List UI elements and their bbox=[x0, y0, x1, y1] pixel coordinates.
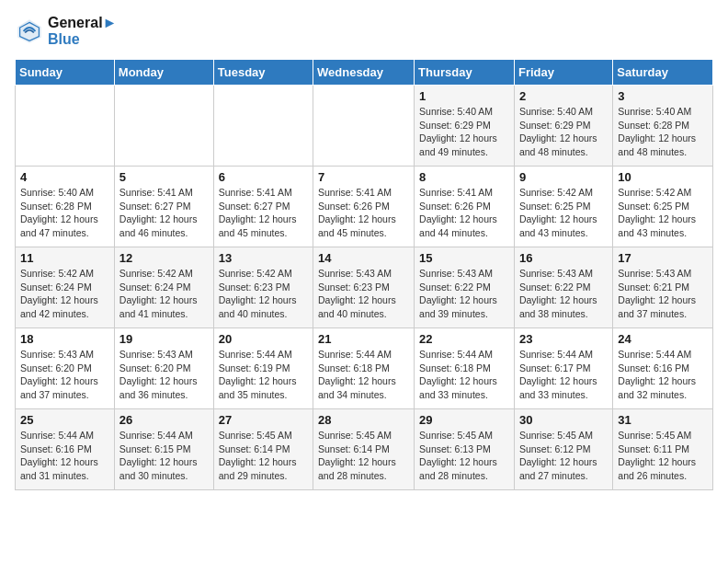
day-number: 20 bbox=[219, 332, 308, 346]
day-number: 28 bbox=[318, 413, 409, 427]
calendar-cell bbox=[16, 86, 115, 167]
day-info: Sunrise: 5:40 AM Sunset: 6:29 PM Dayligh… bbox=[419, 105, 509, 159]
calendar-cell: 3Sunrise: 5:40 AM Sunset: 6:28 PM Daylig… bbox=[613, 86, 713, 167]
day-info: Sunrise: 5:42 AM Sunset: 6:25 PM Dayligh… bbox=[618, 186, 708, 240]
calendar-cell: 1Sunrise: 5:40 AM Sunset: 6:29 PM Daylig… bbox=[415, 86, 515, 167]
day-number: 22 bbox=[419, 332, 509, 346]
day-number: 24 bbox=[618, 332, 708, 346]
day-info: Sunrise: 5:45 AM Sunset: 6:14 PM Dayligh… bbox=[219, 429, 308, 483]
calendar-cell: 17Sunrise: 5:43 AM Sunset: 6:21 PM Dayli… bbox=[613, 247, 713, 328]
page-header: General► Blue bbox=[15, 15, 713, 48]
day-info: Sunrise: 5:43 AM Sunset: 6:22 PM Dayligh… bbox=[419, 267, 509, 321]
calendar-cell: 25Sunrise: 5:44 AM Sunset: 6:16 PM Dayli… bbox=[16, 409, 115, 490]
day-info: Sunrise: 5:44 AM Sunset: 6:16 PM Dayligh… bbox=[618, 348, 708, 402]
calendar-cell: 29Sunrise: 5:45 AM Sunset: 6:13 PM Dayli… bbox=[415, 409, 515, 490]
day-number: 15 bbox=[419, 251, 509, 265]
day-number: 8 bbox=[419, 170, 509, 184]
day-info: Sunrise: 5:43 AM Sunset: 6:22 PM Dayligh… bbox=[519, 267, 608, 321]
day-number: 11 bbox=[20, 251, 109, 265]
day-number: 12 bbox=[119, 251, 209, 265]
day-number: 2 bbox=[519, 89, 608, 103]
calendar-cell bbox=[114, 86, 213, 167]
day-info: Sunrise: 5:45 AM Sunset: 6:11 PM Dayligh… bbox=[618, 429, 708, 483]
day-info: Sunrise: 5:42 AM Sunset: 6:23 PM Dayligh… bbox=[219, 267, 308, 321]
day-number: 30 bbox=[519, 413, 608, 427]
calendar-cell: 22Sunrise: 5:44 AM Sunset: 6:18 PM Dayli… bbox=[415, 328, 515, 409]
calendar-cell: 7Sunrise: 5:41 AM Sunset: 6:26 PM Daylig… bbox=[313, 167, 415, 247]
day-number: 19 bbox=[119, 332, 209, 346]
calendar-cell: 4Sunrise: 5:40 AM Sunset: 6:28 PM Daylig… bbox=[16, 167, 115, 247]
calendar-cell: 28Sunrise: 5:45 AM Sunset: 6:14 PM Dayli… bbox=[313, 409, 415, 490]
day-info: Sunrise: 5:42 AM Sunset: 6:25 PM Dayligh… bbox=[519, 186, 608, 240]
day-info: Sunrise: 5:40 AM Sunset: 6:28 PM Dayligh… bbox=[618, 105, 708, 159]
day-number: 3 bbox=[618, 89, 708, 103]
calendar-cell: 19Sunrise: 5:43 AM Sunset: 6:20 PM Dayli… bbox=[114, 328, 213, 409]
calendar-cell: 30Sunrise: 5:45 AM Sunset: 6:12 PM Dayli… bbox=[514, 409, 612, 490]
calendar-table: SundayMondayTuesdayWednesdayThursdayFrid… bbox=[15, 59, 713, 490]
calendar-cell: 5Sunrise: 5:41 AM Sunset: 6:27 PM Daylig… bbox=[114, 167, 213, 247]
calendar-cell: 31Sunrise: 5:45 AM Sunset: 6:11 PM Dayli… bbox=[613, 409, 713, 490]
calendar-cell: 27Sunrise: 5:45 AM Sunset: 6:14 PM Dayli… bbox=[213, 409, 313, 490]
day-number: 16 bbox=[519, 251, 608, 265]
column-header-thursday: Thursday bbox=[415, 60, 515, 86]
calendar-cell: 24Sunrise: 5:44 AM Sunset: 6:16 PM Dayli… bbox=[613, 328, 713, 409]
calendar-cell: 16Sunrise: 5:43 AM Sunset: 6:22 PM Dayli… bbox=[514, 247, 612, 328]
calendar-cell: 13Sunrise: 5:42 AM Sunset: 6:23 PM Dayli… bbox=[213, 247, 313, 328]
day-number: 23 bbox=[519, 332, 608, 346]
day-info: Sunrise: 5:43 AM Sunset: 6:21 PM Dayligh… bbox=[618, 267, 708, 321]
column-header-wednesday: Wednesday bbox=[313, 60, 415, 86]
day-number: 10 bbox=[618, 170, 708, 184]
day-number: 4 bbox=[20, 170, 109, 184]
day-info: Sunrise: 5:44 AM Sunset: 6:19 PM Dayligh… bbox=[219, 348, 308, 402]
day-number: 9 bbox=[519, 170, 608, 184]
calendar-cell: 20Sunrise: 5:44 AM Sunset: 6:19 PM Dayli… bbox=[213, 328, 313, 409]
day-number: 21 bbox=[318, 332, 409, 346]
calendar-cell: 9Sunrise: 5:42 AM Sunset: 6:25 PM Daylig… bbox=[514, 167, 612, 247]
day-info: Sunrise: 5:41 AM Sunset: 6:27 PM Dayligh… bbox=[119, 186, 209, 240]
calendar-cell: 8Sunrise: 5:41 AM Sunset: 6:26 PM Daylig… bbox=[415, 167, 515, 247]
calendar-cell: 18Sunrise: 5:43 AM Sunset: 6:20 PM Dayli… bbox=[16, 328, 115, 409]
column-header-tuesday: Tuesday bbox=[213, 60, 313, 86]
calendar-cell bbox=[313, 86, 415, 167]
logo-icon bbox=[15, 17, 44, 46]
day-info: Sunrise: 5:44 AM Sunset: 6:18 PM Dayligh… bbox=[419, 348, 509, 402]
day-number: 1 bbox=[419, 89, 509, 103]
day-info: Sunrise: 5:45 AM Sunset: 6:13 PM Dayligh… bbox=[419, 429, 509, 483]
calendar-cell: 14Sunrise: 5:43 AM Sunset: 6:23 PM Dayli… bbox=[313, 247, 415, 328]
day-number: 14 bbox=[318, 251, 409, 265]
logo: General► Blue bbox=[15, 15, 117, 48]
day-number: 29 bbox=[419, 413, 509, 427]
day-info: Sunrise: 5:40 AM Sunset: 6:28 PM Dayligh… bbox=[20, 186, 109, 240]
calendar-cell: 15Sunrise: 5:43 AM Sunset: 6:22 PM Dayli… bbox=[415, 247, 515, 328]
calendar-cell: 2Sunrise: 5:40 AM Sunset: 6:29 PM Daylig… bbox=[514, 86, 612, 167]
day-info: Sunrise: 5:44 AM Sunset: 6:15 PM Dayligh… bbox=[119, 429, 209, 483]
calendar-cell: 10Sunrise: 5:42 AM Sunset: 6:25 PM Dayli… bbox=[613, 167, 713, 247]
calendar-cell: 21Sunrise: 5:44 AM Sunset: 6:18 PM Dayli… bbox=[313, 328, 415, 409]
day-number: 7 bbox=[318, 170, 409, 184]
day-info: Sunrise: 5:41 AM Sunset: 6:27 PM Dayligh… bbox=[219, 186, 308, 240]
day-info: Sunrise: 5:43 AM Sunset: 6:20 PM Dayligh… bbox=[20, 348, 109, 402]
logo-text: General► Blue bbox=[48, 15, 117, 48]
calendar-cell: 11Sunrise: 5:42 AM Sunset: 6:24 PM Dayli… bbox=[16, 247, 115, 328]
column-header-saturday: Saturday bbox=[613, 60, 713, 86]
day-info: Sunrise: 5:43 AM Sunset: 6:20 PM Dayligh… bbox=[119, 348, 209, 402]
day-info: Sunrise: 5:40 AM Sunset: 6:29 PM Dayligh… bbox=[519, 105, 608, 159]
day-number: 17 bbox=[618, 251, 708, 265]
day-number: 27 bbox=[219, 413, 308, 427]
day-number: 13 bbox=[219, 251, 308, 265]
column-header-sunday: Sunday bbox=[16, 60, 115, 86]
day-info: Sunrise: 5:44 AM Sunset: 6:18 PM Dayligh… bbox=[318, 348, 409, 402]
calendar-cell: 6Sunrise: 5:41 AM Sunset: 6:27 PM Daylig… bbox=[213, 167, 313, 247]
day-info: Sunrise: 5:42 AM Sunset: 6:24 PM Dayligh… bbox=[20, 267, 109, 321]
calendar-cell: 23Sunrise: 5:44 AM Sunset: 6:17 PM Dayli… bbox=[514, 328, 612, 409]
day-number: 25 bbox=[20, 413, 109, 427]
day-info: Sunrise: 5:42 AM Sunset: 6:24 PM Dayligh… bbox=[119, 267, 209, 321]
day-info: Sunrise: 5:41 AM Sunset: 6:26 PM Dayligh… bbox=[419, 186, 509, 240]
day-info: Sunrise: 5:44 AM Sunset: 6:17 PM Dayligh… bbox=[519, 348, 608, 402]
day-info: Sunrise: 5:43 AM Sunset: 6:23 PM Dayligh… bbox=[318, 267, 409, 321]
calendar-cell: 12Sunrise: 5:42 AM Sunset: 6:24 PM Dayli… bbox=[114, 247, 213, 328]
day-info: Sunrise: 5:45 AM Sunset: 6:14 PM Dayligh… bbox=[318, 429, 409, 483]
day-number: 6 bbox=[219, 170, 308, 184]
day-number: 26 bbox=[119, 413, 209, 427]
day-number: 5 bbox=[119, 170, 209, 184]
